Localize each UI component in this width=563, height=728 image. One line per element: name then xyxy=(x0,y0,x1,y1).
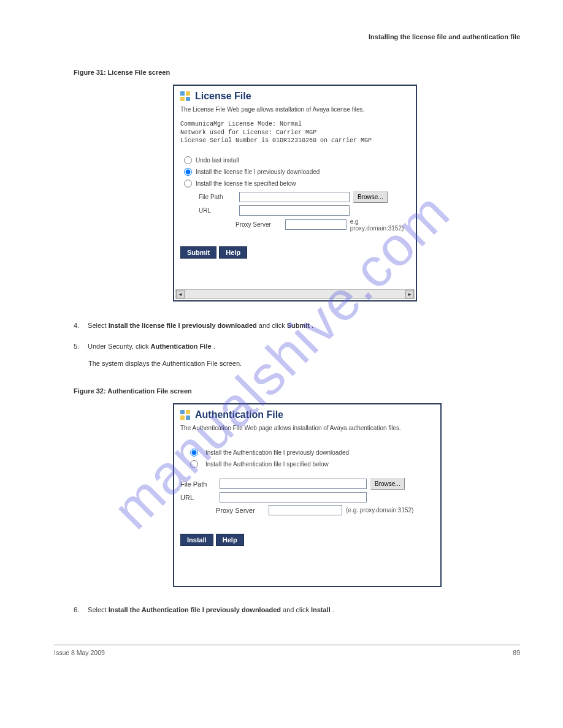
step-text: . xyxy=(332,606,334,613)
radio-label: Install the license file specified below xyxy=(196,180,296,187)
radio-label: Install the Authentication file I previo… xyxy=(205,449,349,456)
radio-label: Undo last install xyxy=(196,157,239,164)
url-label: URL xyxy=(199,207,236,214)
license-status-text: CommunicaMgr License Mode: Normal Networ… xyxy=(180,120,410,145)
panel-title: Authentication File xyxy=(195,409,283,420)
proxy-label: Proxy Server xyxy=(216,507,265,514)
avaya-logo-icon xyxy=(180,91,190,101)
radio-specified[interactable] xyxy=(184,180,192,188)
url-input[interactable] xyxy=(239,205,350,216)
radio-undo[interactable] xyxy=(184,156,192,164)
url-label: URL xyxy=(180,494,216,501)
figure-caption-2: Figure 32: Authentication File screen xyxy=(74,387,192,395)
step-text-bold: Submit xyxy=(287,322,310,329)
filepath-label: File Path xyxy=(180,480,216,488)
page-footer: Issue 8 May 2009 89 xyxy=(54,645,520,656)
option-install-specified[interactable]: Install the Authentication file I specif… xyxy=(186,460,434,468)
panel-title: License File xyxy=(195,91,251,102)
help-button[interactable]: Help xyxy=(216,534,244,546)
option-install-specified[interactable]: Install the license file specified below xyxy=(180,180,410,188)
avaya-logo-icon xyxy=(180,410,190,420)
footer-page-number: 89 xyxy=(513,649,520,656)
browse-button[interactable]: Browse... xyxy=(353,191,388,203)
step-text-bold: Install xyxy=(311,606,331,613)
option-install-previous[interactable]: Install the license file I previously do… xyxy=(180,168,410,176)
filepath-input[interactable] xyxy=(239,192,350,202)
panel-description: The Authentication File Web page allows … xyxy=(180,424,434,433)
license-file-panel: License File The License File Web page a… xyxy=(173,85,417,301)
step-4: 4. Select Install the license file I pre… xyxy=(74,321,466,331)
step-text: . xyxy=(312,322,313,329)
step-text: Select xyxy=(88,606,109,613)
proxy-input[interactable] xyxy=(269,505,342,515)
url-input[interactable] xyxy=(220,492,367,502)
filepath-input[interactable] xyxy=(220,479,367,489)
step-text-bold: Install the Authentication file I previo… xyxy=(109,606,281,613)
step-text: The system displays the Authentication F… xyxy=(88,360,242,367)
scroll-left-arrow-icon[interactable]: ◄ xyxy=(176,290,185,298)
help-button[interactable]: Help xyxy=(219,246,247,259)
authentication-file-panel: Authentication File The Authentication F… xyxy=(173,403,442,587)
step-number: 6. xyxy=(74,605,86,615)
panel-description: The License File Web page allows install… xyxy=(180,105,410,114)
submit-button[interactable]: Submit xyxy=(180,246,216,259)
option-install-previous[interactable]: Install the Authentication file I previo… xyxy=(186,449,434,457)
scroll-right-arrow-icon[interactable]: ► xyxy=(405,290,414,298)
step-text-bold: Install the license file I previously do… xyxy=(109,322,257,329)
step-number: 4. xyxy=(74,321,86,331)
radio-label: Install the Authentication file I specif… xyxy=(205,461,329,468)
install-button[interactable]: Install xyxy=(180,534,213,546)
horizontal-scrollbar[interactable]: ◄ ► xyxy=(175,289,415,299)
option-undo-last-install[interactable]: Undo last install xyxy=(180,156,410,164)
step-text: Select xyxy=(88,322,109,329)
step-number: 5. xyxy=(74,342,86,352)
chapter-heading: Installing the license file and authenti… xyxy=(369,33,520,40)
radio-label: Install the license file I previously do… xyxy=(196,169,320,175)
proxy-label: Proxy Server xyxy=(236,221,282,228)
proxy-input[interactable] xyxy=(285,219,347,230)
step-5: 5. Under Security, click Authentication … xyxy=(74,342,466,352)
footer-issue: Issue 8 May 2009 xyxy=(54,649,105,656)
proxy-hint: (e.g. proxy.domain:3152) xyxy=(346,507,413,514)
step-6: 6. Select Install the Authentication fil… xyxy=(74,605,466,615)
radio-specified[interactable] xyxy=(190,460,198,468)
step-text: Under Security, click xyxy=(88,343,151,350)
step-5-result: The system displays the Authentication F… xyxy=(88,359,469,369)
step-text: and click xyxy=(283,606,311,613)
step-text: and click xyxy=(259,322,287,329)
step-text-bold: Authentication File xyxy=(151,343,212,350)
proxy-hint: e.g proxy.domain:3152) xyxy=(350,218,410,232)
step-text: . xyxy=(213,343,215,350)
filepath-label: File Path xyxy=(199,194,236,200)
figure-caption-1: Figure 31: License File screen xyxy=(74,69,170,76)
browse-button[interactable]: Browse... xyxy=(370,478,405,490)
scroll-track[interactable] xyxy=(185,290,405,298)
radio-previous[interactable] xyxy=(190,449,198,457)
file-fields-group: File Path Browse... URL Proxy Server e.g… xyxy=(199,191,410,232)
radio-previous[interactable] xyxy=(184,168,192,176)
